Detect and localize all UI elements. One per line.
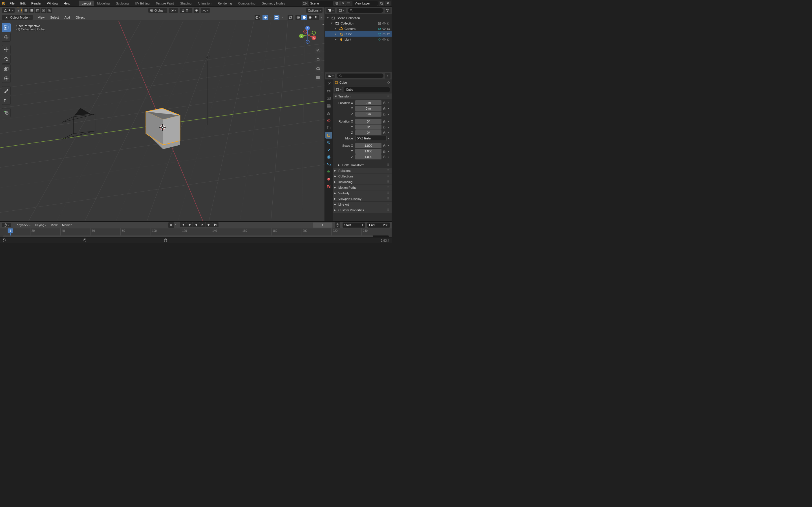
lock-scale-z-icon[interactable] (382, 154, 387, 159)
prop-tab-material[interactable] (325, 176, 332, 182)
outliner-item-camera[interactable]: ▸Camera (325, 26, 392, 31)
scroll-tabs-icon[interactable]: ⋮ (288, 1, 295, 5)
prop-tab-constraints[interactable] (325, 161, 332, 168)
workspace-tab-animation[interactable]: Animation (195, 1, 214, 6)
workspace-tab-sculpting[interactable]: Sculpting (113, 1, 132, 6)
lock-loc-y-icon[interactable] (382, 106, 387, 111)
lock-rot-y-icon[interactable] (382, 124, 387, 129)
navigation-gizmo[interactable]: X Y Z (297, 25, 318, 45)
timeline-track[interactable]: 20406080100120140160180200220240 1 (0, 228, 392, 237)
panel-line-art[interactable]: ▸Line Art⠿ (333, 202, 392, 207)
outliner-item-light[interactable]: ▸Light (325, 37, 392, 42)
viewlayer-delete-icon[interactable]: ✕ (385, 1, 391, 6)
shading-dropdown-icon[interactable]: ▾ (321, 16, 322, 18)
vp-menu-select[interactable]: Select (47, 15, 62, 20)
3d-viewport[interactable]: User Perspective (1) Collection | Cube ◂ (0, 21, 324, 221)
vp-menu-add[interactable]: Add (62, 15, 73, 20)
gizmos-toggle-icon[interactable] (262, 15, 268, 20)
field-loc-z[interactable]: 0 m (355, 112, 382, 117)
menu-file[interactable]: File (7, 1, 17, 6)
preview-range-icon[interactable] (335, 222, 340, 228)
rotation-mode-dropdown[interactable]: XYZ Euler▾ (355, 136, 387, 141)
visibility-icon[interactable] (382, 32, 386, 36)
field-rot-z[interactable]: 0° (355, 130, 382, 135)
scene-new-icon[interactable] (334, 1, 340, 6)
scene-delete-icon[interactable]: ✕ (340, 1, 346, 6)
prop-tab-physics[interactable] (325, 154, 332, 161)
menu-edit[interactable]: Edit (17, 1, 29, 6)
exclude-icon[interactable] (377, 21, 382, 25)
outliner-display-dropdown[interactable]: ▾ (337, 8, 346, 13)
scale-tool[interactable] (2, 64, 11, 73)
jump-start-icon[interactable] (180, 222, 186, 227)
render-icon[interactable] (387, 38, 391, 41)
material-shading-icon[interactable] (307, 15, 313, 20)
cursor-tool[interactable] (2, 33, 11, 42)
panel-delta-transform[interactable]: ▸Delta Transform⠿ (337, 162, 392, 168)
wireframe-shading-icon[interactable] (296, 15, 301, 20)
play-reverse-icon[interactable] (193, 222, 199, 227)
end-frame-field[interactable]: End250 (367, 223, 390, 228)
menu-render[interactable]: Render (29, 1, 44, 6)
snap-dropdown[interactable]: ⊞▾ (179, 8, 193, 13)
prev-keyframe-icon[interactable] (186, 222, 193, 227)
move-tool[interactable] (2, 45, 11, 54)
autokey-dropdown[interactable]: ▾ (174, 222, 177, 228)
transform-tool[interactable] (2, 74, 11, 83)
panel-custom-properties[interactable]: ▸Custom Properties⠿ (333, 207, 392, 213)
perspective-toggle-icon[interactable] (314, 74, 322, 81)
anim-scale-x-icon[interactable]: • (387, 144, 390, 147)
select-new-icon[interactable] (23, 8, 29, 13)
anim-loc-z-icon[interactable]: • (387, 112, 390, 116)
tl-menu-marker[interactable]: Marker (60, 223, 74, 228)
proportional-falloff-dropdown[interactable]: ▾ (200, 8, 210, 13)
render-icon[interactable] (387, 32, 391, 36)
workspace-tab-compositing[interactable]: Compositing (235, 1, 259, 6)
timeline-scrollbar[interactable] (3, 235, 389, 237)
properties-editor-dropdown[interactable]: ▾ (326, 73, 336, 78)
anim-loc-y-icon[interactable]: • (387, 107, 390, 110)
anim-scale-y-icon[interactable]: • (387, 150, 390, 153)
menu-help[interactable]: Help (61, 1, 73, 6)
anim-loc-x-icon[interactable]: • (387, 101, 390, 105)
sidebar-toggle-icon[interactable]: ◂ (322, 22, 324, 26)
current-frame-field[interactable]: 1 (313, 223, 333, 228)
prop-tab-scene[interactable] (325, 110, 332, 117)
prop-tab-object[interactable] (325, 132, 332, 138)
visibility-icon[interactable] (382, 38, 386, 41)
outliner-item-cube[interactable]: ▸Cube (325, 31, 392, 37)
select-box-icon[interactable] (16, 8, 22, 13)
solid-shading-icon[interactable] (301, 15, 307, 20)
prop-tab-collection[interactable] (325, 124, 332, 131)
options-dropdown[interactable]: Options▾ (306, 8, 323, 13)
prop-tab-tool[interactable] (325, 80, 332, 87)
rotate-tool[interactable] (2, 55, 11, 64)
overlays-dropdown-icon[interactable]: ▾ (282, 16, 283, 18)
autokey-toggle[interactable] (168, 222, 174, 228)
panel-relations[interactable]: ▸Relations⠿ (333, 168, 392, 173)
prop-tab-viewlayer[interactable] (325, 103, 332, 109)
prop-tab-world[interactable] (325, 117, 332, 124)
tl-menu-playback[interactable]: Playback ▾ (13, 223, 33, 228)
select-subtract-icon[interactable] (35, 8, 40, 13)
prop-tab-output[interactable] (325, 95, 332, 102)
prop-tab-data[interactable] (325, 168, 332, 175)
viewlayer-new-icon[interactable] (378, 1, 384, 6)
annotate-tool[interactable] (2, 86, 11, 95)
field-scale-y[interactable]: 1.000 (355, 149, 382, 154)
workspace-tab-shading[interactable]: Shading (177, 1, 195, 6)
editor-type-dropdown[interactable]: ✦▾ (2, 8, 15, 13)
field-rot-y[interactable]: 0° (355, 124, 382, 129)
panel-visibility[interactable]: ▸Visibility⠿ (333, 190, 392, 196)
outliner-editor-dropdown[interactable]: ▾ (326, 8, 336, 13)
select-extend-icon[interactable] (29, 8, 35, 13)
prop-tab-texture[interactable] (325, 183, 332, 190)
object-name-field[interactable]: Cube (344, 87, 390, 92)
play-icon[interactable] (199, 222, 206, 227)
lock-scale-y-icon[interactable] (382, 149, 387, 154)
select-box-tool[interactable] (2, 23, 11, 32)
lock-loc-z-icon[interactable] (382, 112, 387, 117)
vp-menu-view[interactable]: View (35, 15, 47, 20)
workspace-tab-rendering[interactable]: Rendering (214, 1, 235, 6)
pan-icon[interactable] (314, 56, 322, 63)
